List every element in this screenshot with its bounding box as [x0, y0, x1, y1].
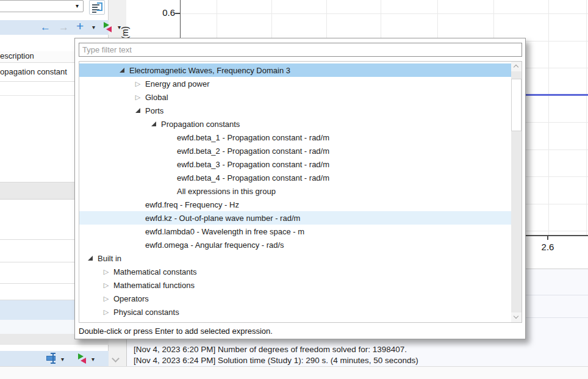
tree-item-label: Ports: [145, 106, 163, 115]
collapsed-arrow-icon[interactable]: ▷: [131, 94, 145, 101]
tree-item[interactable]: ▷Energy and power: [79, 77, 511, 90]
tree-item[interactable]: ewfd.lambda0 - Wavelength in free space …: [79, 225, 511, 238]
add-plot-icon[interactable]: +: [76, 20, 84, 33]
add-expression-popup: Electromagnetic Waves, Frequency Domain …: [74, 38, 526, 339]
collapsed-arrow-icon[interactable]: ▷: [99, 269, 113, 275]
tree-item[interactable]: ▷Mathematical constants: [79, 265, 511, 278]
tree-item-label: Propagation constants: [161, 120, 240, 129]
tree-item-label: ewfd.beta_2 - Propagation constant - rad…: [177, 146, 329, 156]
tree-item[interactable]: ▷Mathematical functions: [79, 278, 511, 292]
tree-item[interactable]: Electromagnetic Waves, Frequency Domain …: [79, 63, 511, 77]
forward-arrow-icon[interactable]: →: [59, 21, 69, 34]
chevron-down-icon: ▾: [76, 2, 79, 9]
tree-item-label: ewfd.lambda0 - Wavelength in free space …: [145, 227, 304, 236]
collapsed-arrow-icon[interactable]: ▷: [99, 282, 113, 289]
evaluate-to-table-icon[interactable]: [46, 352, 59, 363]
expanded-arrow-icon[interactable]: [83, 256, 98, 261]
plot-group-select[interactable]: ▾: [0, 0, 84, 12]
tree-item-label: Energy and power: [145, 79, 210, 88]
dropdown-caret-icon[interactable]: ▾: [92, 24, 95, 31]
expression-tree: Electromagnetic Waves, Frequency Domain …: [79, 61, 522, 323]
scrollbar-thumb[interactable]: [511, 79, 522, 131]
x-tick-label: 2.6: [533, 242, 562, 252]
tree-item-label: Operators: [113, 294, 149, 303]
scroll-up-button[interactable]: [511, 62, 522, 71]
collapsed-arrow-icon[interactable]: ▷: [99, 295, 113, 302]
tree-item[interactable]: ▷Physical constants: [79, 305, 511, 319]
chevron-up-icon: [514, 65, 518, 70]
tree-item-label: ewfd.freq - Frequency - Hz: [145, 200, 239, 209]
evaluate-icon[interactable]: [104, 22, 113, 32]
tree-scrollbar[interactable]: [511, 62, 522, 322]
popup-hint-text: Double-click or press Enter to add selec…: [79, 327, 273, 336]
tree-item-label: ewfd.beta_3 - Propagation constant - rad…: [177, 160, 329, 169]
tree-item-label: ewfd.beta_4 - Propagation constant - rad…: [177, 173, 329, 182]
scroll-down-button[interactable]: [511, 312, 522, 322]
plot-toolbar: ← → + ▾ ▾: [0, 20, 109, 35]
tree-item[interactable]: ▷Operators: [79, 292, 511, 305]
collapsed-arrow-icon[interactable]: ▷: [99, 309, 113, 316]
expanded-arrow-icon[interactable]: [146, 121, 161, 126]
tree-item[interactable]: Ports: [79, 104, 511, 117]
collapsed-arrow-icon[interactable]: ▷: [131, 81, 145, 87]
tree-item-label: All expressions in this group: [177, 187, 276, 196]
tree-item-label: Electromagnetic Waves, Frequency Domain …: [129, 66, 290, 75]
expanded-arrow-icon[interactable]: [115, 68, 129, 73]
back-arrow-icon[interactable]: ←: [40, 21, 51, 34]
tree-item[interactable]: ▷Global: [79, 90, 511, 104]
tree-item[interactable]: Propagation constants: [79, 117, 511, 131]
tree-item[interactable]: ewfd.beta_1 - Propagation constant - rad…: [79, 131, 511, 144]
tree-item-label: Mathematical constants: [113, 267, 197, 276]
collapse-chevron-icon[interactable]: [112, 355, 120, 363]
log-output[interactable]: [Nov 4, 2023 6:20 PM] Number of degrees …: [134, 344, 418, 366]
tree-item[interactable]: ewfd.beta_2 - Propagation constant - rad…: [79, 144, 511, 157]
tree-item-label: Built in: [98, 254, 121, 263]
x-tick: [547, 236, 548, 240]
tree-item[interactable]: ewfd.beta_3 - Propagation constant - rad…: [79, 157, 511, 171]
tree-item[interactable]: ewfd.omega - Angular frequency - rad/s: [79, 238, 511, 251]
insert-bracket-icon: [97, 2, 102, 11]
tree-item[interactable]: Built in: [79, 251, 511, 265]
y-tick: [175, 13, 180, 14]
dropdown-caret-icon[interactable]: ▾: [91, 356, 95, 363]
filter-input[interactable]: [79, 43, 522, 57]
log-line: [Nov 4, 2023 6:20 PM] Number of degrees …: [134, 344, 418, 355]
tree-item[interactable]: ewfd.freq - Frequency - Hz: [79, 198, 511, 211]
tree-item[interactable]: ewfd.kz - Out-of-plane wave number - rad…: [79, 211, 511, 225]
y-axis-title: (m): [120, 23, 141, 39]
tree-item[interactable]: ewfd.beta_4 - Propagation constant - rad…: [79, 171, 511, 184]
application-window: ▾ ← → + ▾ ▾ escription opagation constan…: [0, 0, 588, 379]
status-bar: [0, 366, 588, 379]
evaluate-icon[interactable]: [78, 353, 87, 363]
tree-item-label: ewfd.omega - Angular frequency - rad/s: [145, 240, 284, 250]
dropdown-caret-icon[interactable]: ▾: [61, 356, 64, 363]
tree-item-label: ewfd.beta_1 - Propagation constant - rad…: [177, 133, 329, 142]
chevron-down-icon: [514, 314, 518, 319]
tree-item-label: ewfd.kz - Out-of-plane wave number - rad…: [145, 214, 300, 223]
tree-item-label: Global: [145, 93, 168, 102]
table-toolbar: ▾ ▾: [0, 351, 109, 366]
tree-item[interactable]: All expressions in this group: [79, 184, 511, 198]
log-line: [Nov 4, 2023 6:24 PM] Solution time (Stu…: [134, 355, 418, 366]
tree-item-label: Mathematical functions: [113, 281, 195, 290]
insert-expression-button[interactable]: [89, 0, 105, 15]
tree-item-label: Physical constants: [113, 308, 179, 317]
y-tick-label: 0.6: [148, 7, 175, 18]
expanded-arrow-icon[interactable]: [131, 108, 145, 113]
